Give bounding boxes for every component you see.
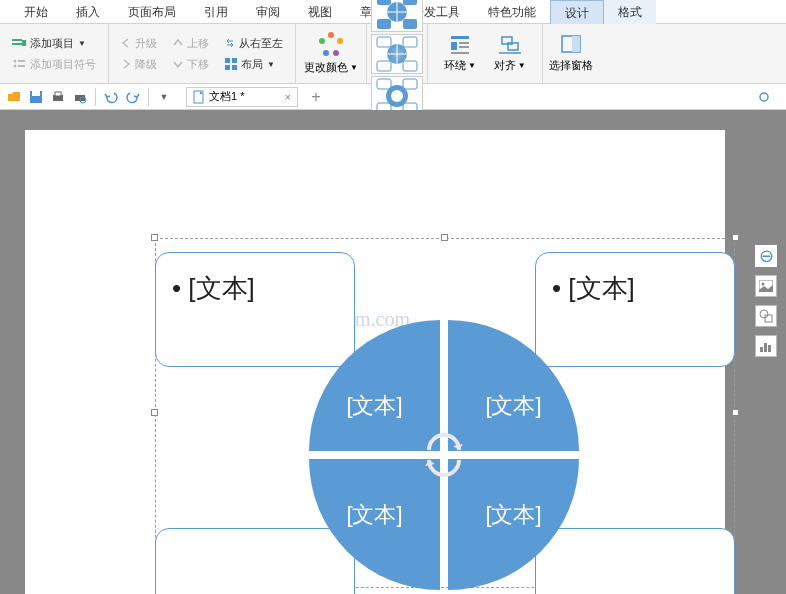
align-label: 对齐 [494,58,516,73]
quadrant-br-text: [文本] [485,500,541,530]
svg-rect-2 [22,40,26,46]
quadrant-bl-text: [文本] [346,500,402,530]
redo-icon [126,90,140,104]
change-color-label: 更改颜色 [304,60,348,75]
move-up-label: 上移 [187,36,209,51]
ribbon-group-arrange: 环绕▼ 对齐▼ [428,24,543,83]
resize-handle-tl[interactable] [151,234,158,241]
svg-rect-76 [768,345,771,352]
chart-icon [759,339,773,353]
svg-rect-9 [225,65,230,70]
selection-pane-icon [560,34,582,56]
svg-rect-4 [18,60,25,62]
svg-point-44 [391,90,403,102]
resize-handle-ml[interactable] [151,409,158,416]
ribbon-group-items: 添加项目 ▼ 添加项目符号 [0,24,109,83]
dropdown-icon: ▼ [267,60,275,69]
add-item-button[interactable]: 添加项目 ▼ [8,34,100,53]
wrap-label: 环绕 [444,58,466,73]
layout-option-4[interactable] [371,34,423,74]
menu-page-layout[interactable]: 页面布局 [114,0,190,24]
svg-rect-73 [765,315,772,322]
menu-start[interactable]: 开始 [10,0,62,24]
print-button[interactable] [48,87,68,107]
demote-button[interactable]: 降级 [117,55,161,74]
qat-customize[interactable]: ▼ [154,87,174,107]
folder-open-icon [7,90,21,104]
open-button[interactable] [4,87,24,107]
add-item-icon [12,36,26,50]
save-icon [29,90,43,104]
new-tab-button[interactable]: + [306,87,326,107]
wrap-button[interactable]: 环绕▼ [436,28,484,79]
rtl-label: 从右至左 [239,36,283,51]
resize-handle-tr[interactable] [732,234,739,241]
arrow-left-icon [121,38,131,48]
change-color-button[interactable]: 更改颜色▼ [296,24,367,83]
svg-rect-54 [459,42,469,44]
side-tool-shape[interactable] [755,305,777,327]
add-bullet-button[interactable]: 添加项目符号 [8,55,100,74]
layout-button[interactable]: 布局 ▼ [221,55,279,74]
resize-handle-tm[interactable] [441,234,448,241]
promote-button[interactable]: 升级 [117,34,161,53]
corner-text-tl: • [文本] [172,271,255,306]
add-item-label: 添加项目 [30,36,74,51]
svg-rect-56 [451,52,469,54]
rtl-button[interactable]: 从右至左 [221,34,287,53]
arrow-down-icon [173,59,183,69]
menu-view[interactable]: 视图 [294,0,346,24]
collapse-button[interactable]: ⊖ [755,245,777,267]
dropdown-icon: ▼ [350,63,358,72]
svg-rect-32 [377,37,391,47]
side-tool-image[interactable] [755,275,777,297]
wrap-icon [449,34,471,56]
svg-rect-33 [403,37,417,47]
move-down-label: 下移 [187,57,209,72]
image-icon [759,280,773,292]
svg-rect-25 [377,0,391,5]
svg-rect-35 [403,61,417,71]
quadrant-tr-text: [文本] [485,391,541,421]
palette-icon [319,32,343,56]
print-preview-button[interactable] [70,87,90,107]
dropdown-icon: ▼ [78,39,86,48]
side-tool-strip: ⊖ [754,245,778,357]
close-tab-button[interactable]: × [284,91,290,103]
menu-design[interactable]: 设计 [550,0,604,24]
page[interactable]: system.com • [文本] • [文本] [文本] [文本] [文本] [25,130,725,594]
menu-insert[interactable]: 插入 [62,0,114,24]
resize-handle-mr[interactable] [732,409,739,416]
document-tab[interactable]: 文档1 * × [186,87,298,107]
print-preview-icon [73,90,87,104]
menu-special[interactable]: 特色功能 [474,0,550,24]
layout-option-3[interactable] [371,0,423,32]
save-button[interactable] [26,87,46,107]
menu-references[interactable]: 引用 [190,0,242,24]
move-up-button[interactable]: 上移 [169,34,213,53]
print-icon [51,90,65,104]
layout-label: 布局 [241,57,263,72]
svg-rect-40 [403,79,417,89]
redo-button[interactable] [123,87,143,107]
undo-button[interactable] [101,87,121,107]
corner-text-tr: • [文本] [552,271,635,306]
svg-point-3 [14,60,17,63]
svg-rect-74 [760,347,763,352]
gear-icon [757,90,771,104]
move-down-button[interactable]: 下移 [169,55,213,74]
svg-rect-26 [403,0,417,5]
menu-format[interactable]: 格式 [604,0,656,24]
settings-button[interactable] [754,87,774,107]
menu-review[interactable]: 审阅 [242,0,294,24]
align-button[interactable]: 对齐▼ [486,28,534,79]
quadrant-tl-text: [文本] [346,391,402,421]
selection-pane-button[interactable]: 选择窗格 [543,24,599,83]
dropdown-icon: ▼ [468,61,476,70]
promote-label: 升级 [135,36,157,51]
svg-rect-63 [32,91,40,96]
svg-point-72 [760,310,768,318]
add-bullet-label: 添加项目符号 [30,57,96,72]
smartart-object[interactable]: • [文本] • [文本] [文本] [文本] [文本] [文本] [155,238,735,588]
side-tool-chart[interactable] [755,335,777,357]
